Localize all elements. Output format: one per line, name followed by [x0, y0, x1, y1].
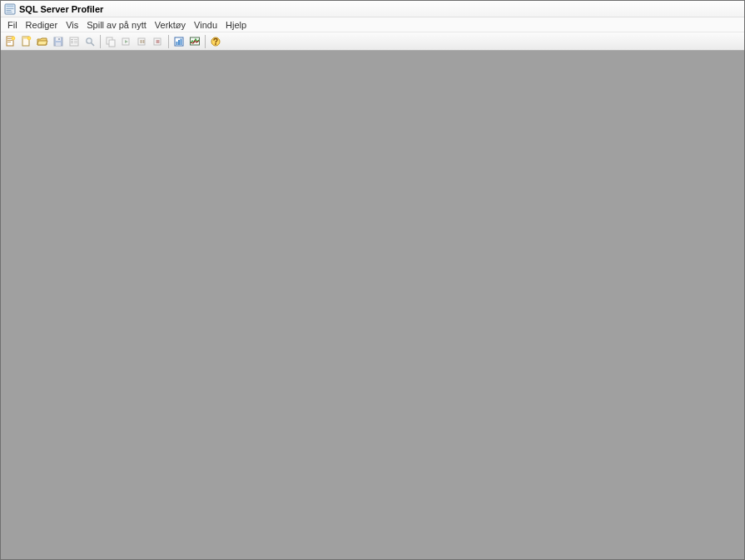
properties-icon	[68, 36, 80, 47]
toolbar-separator	[168, 35, 169, 48]
svg-rect-21	[74, 39, 77, 40]
tuning-advisor-icon	[173, 36, 185, 47]
performance-monitor-button[interactable]	[187, 34, 202, 49]
menu-file[interactable]: Fil	[4, 19, 21, 31]
toolbar-separator	[100, 35, 101, 48]
new-trace-button[interactable]	[3, 34, 18, 49]
svg-rect-18	[71, 39, 73, 40]
menu-help[interactable]: Hjelp	[222, 19, 250, 31]
new-trace-icon	[5, 36, 17, 47]
menu-replay[interactable]: Spill av på nytt	[83, 19, 150, 31]
performance-monitor-icon	[189, 36, 201, 47]
find-icon	[84, 36, 96, 47]
svg-point-40	[215, 43, 216, 45]
svg-rect-31	[143, 40, 145, 43]
help-button[interactable]	[208, 34, 223, 49]
svg-rect-27	[109, 40, 115, 47]
svg-rect-8	[7, 42, 11, 42]
titlebar: SQL Server Profiler	[1, 1, 744, 17]
svg-rect-3	[7, 10, 12, 11]
menu-window[interactable]: Vindu	[191, 19, 221, 31]
run-trace-icon	[121, 36, 132, 47]
help-icon	[210, 36, 221, 47]
copy-icon	[105, 36, 117, 47]
run-trace-button[interactable]	[119, 34, 134, 49]
properties-button[interactable]	[67, 34, 82, 49]
toolbar-separator	[205, 35, 206, 48]
svg-rect-30	[141, 40, 142, 43]
new-template-icon	[21, 36, 32, 47]
menubar: Fil Rediger Vis Spill av på nytt Verktøy…	[1, 17, 744, 32]
window-title: SQL Server Profiler	[19, 4, 103, 14]
pause-trace-button[interactable]	[135, 34, 150, 49]
svg-rect-20	[71, 42, 73, 43]
open-file-icon	[37, 36, 48, 47]
svg-rect-1	[7, 5, 14, 7]
svg-rect-22	[74, 41, 77, 42]
stop-trace-button[interactable]	[151, 34, 166, 49]
app-window: SQL Server Profiler Fil Rediger Vis Spil…	[0, 0, 745, 560]
menu-view[interactable]: Vis	[62, 19, 82, 31]
find-button[interactable]	[82, 34, 97, 49]
save-button[interactable]	[51, 34, 66, 49]
svg-rect-2	[7, 8, 14, 9]
svg-rect-19	[71, 41, 73, 42]
workspace-area	[1, 51, 744, 559]
svg-rect-35	[176, 42, 178, 45]
pause-trace-icon	[137, 36, 148, 47]
svg-line-25	[92, 42, 95, 46]
copy-button[interactable]	[103, 34, 118, 49]
save-icon	[52, 36, 64, 47]
svg-rect-7	[7, 40, 12, 41]
new-template-button[interactable]	[19, 34, 34, 49]
svg-rect-36	[178, 40, 180, 45]
app-icon	[4, 3, 16, 15]
svg-rect-33	[156, 40, 160, 43]
toolbar	[1, 32, 744, 51]
stop-trace-icon	[152, 36, 164, 47]
menu-edit[interactable]: Rediger	[22, 19, 62, 31]
svg-rect-23	[74, 42, 77, 43]
tuning-advisor-button[interactable]	[171, 34, 186, 49]
svg-point-24	[87, 37, 92, 42]
menu-tools[interactable]: Verktøy	[151, 19, 189, 31]
svg-rect-4	[7, 12, 12, 12]
open-file-button[interactable]	[35, 34, 50, 49]
svg-rect-16	[58, 38, 60, 40]
svg-rect-15	[56, 42, 61, 46]
svg-rect-37	[181, 38, 182, 45]
